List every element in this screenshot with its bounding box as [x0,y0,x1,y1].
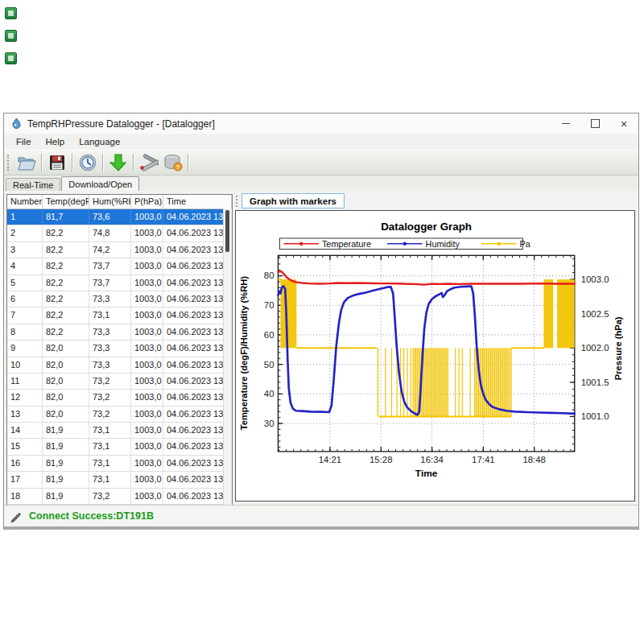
data-table: NumberTemp(degF)Hum(%RH)P(hPa)Time 181,7… [6,194,233,505]
column-header[interactable]: Hum(%RH) [89,195,131,208]
column-header[interactable]: Number [7,195,43,208]
svg-text:80: 80 [264,271,275,281]
minimize-button[interactable] [551,114,580,134]
scrollbar-thumb[interactable] [225,210,229,252]
svg-text:70: 70 [264,300,275,310]
table-row[interactable]: 1781,973,11003,004.06.2023 13... [7,472,232,488]
table-cell: 73,3 [89,341,131,356]
table-row[interactable]: 382,274,21003,004.06.2023 13... [7,242,232,258]
settings-button[interactable] [137,152,161,174]
table-cell: 82,0 [43,341,89,356]
table-scrollbar[interactable] [223,208,232,505]
table-cell: 1003,0 [131,423,163,438]
table-cell: 9 [7,341,43,356]
table-cell: 6 [7,291,43,307]
table-row[interactable]: 1082,073,31003,004.06.2023 13... [7,357,232,374]
table-cell: 15 [7,439,43,454]
table-cell: 82,0 [43,374,89,389]
table-cell: 81,9 [43,472,89,487]
table-cell: 1003,0 [131,374,163,389]
table-cell: 1003,0 [131,472,163,487]
svg-text:1001.0: 1001.0 [581,411,609,421]
table-row[interactable]: 582,273,71003,004.06.2023 13... [7,275,232,291]
svg-text:60: 60 [264,330,275,340]
toolbar: ? [4,150,638,175]
table-row[interactable]: 482,273,71003,004.06.2023 13... [7,258,232,275]
desktop-icon-1[interactable] [5,7,17,19]
menu-item-help[interactable]: Help [39,135,72,148]
table-cell: 1003,0 [131,456,163,471]
table-cell: 13 [7,407,43,422]
datalogger-chart: 14:2115:2816:3417:4118:48304050607080100… [236,211,634,501]
maximize-button[interactable] [580,114,609,134]
table-cell: 1003,0 [131,341,163,356]
table-cell: 11 [7,374,43,389]
time-sync-button[interactable] [76,152,100,174]
table-row[interactable]: 1581,973,11003,004.06.2023 13... [7,439,232,455]
table-header: NumberTemp(degF)Hum(%RH)P(hPa)Time [7,195,232,209]
table-cell: 04.06.2023 13... [163,374,232,389]
maximize-icon [591,119,600,128]
table-cell: 1003,0 [131,357,163,373]
table-row[interactable]: 1881,973,21003,004.06.2023 13... [7,489,232,505]
table-cell: 73,2 [89,407,131,422]
device-info-button[interactable]: ? [161,152,185,174]
table-cell: 10 [7,357,43,373]
column-header[interactable]: Time [163,195,232,208]
table-row[interactable]: 1481,973,11003,004.06.2023 13... [7,423,232,439]
tab-bar: Real-TimeDownload/Open [4,175,638,191]
table-row[interactable]: 181,773,61003,004.06.2023 13... [7,209,232,225]
menu-item-file[interactable]: File [9,135,39,148]
table-row[interactable]: 682,273,31003,004.06.2023 13... [7,291,232,308]
table-row[interactable]: 782,273,11003,004.06.2023 13... [7,308,232,324]
minimize-icon [562,123,570,124]
graph-type-button[interactable]: Graph with markers [242,193,345,208]
toolbar-separator [41,154,43,171]
table-cell: 04.06.2023 13... [163,324,232,340]
table-cell: 8 [7,324,43,340]
table-cell: 73,6 [89,209,131,225]
save-floppy-icon [48,154,66,171]
save-button[interactable] [45,152,69,174]
table-cell: 1003,0 [131,209,163,225]
table-row[interactable]: 1382,073,21003,004.06.2023 13... [7,407,232,423]
svg-text:50: 50 [264,360,275,369]
tab-download-open[interactable]: Download/Open [61,176,139,191]
window-title: TempRHPressure Datalogger - [Datalogger] [27,118,215,130]
table-cell: 04.06.2023 13... [163,225,232,241]
column-header[interactable]: P(hPa) [131,195,163,208]
table-row[interactable]: 1282,073,21003,004.06.2023 13... [7,390,232,406]
toolbar-grip[interactable] [7,155,12,171]
download-data-button[interactable] [106,152,130,174]
table-cell: 82,2 [43,308,89,323]
table-row[interactable]: 1681,973,11003,004.06.2023 13... [7,456,232,472]
column-header[interactable]: Temp(degF) [43,195,89,208]
app-window: TempRHPressure Datalogger - [Datalogger]… [3,113,639,530]
toolbar-separator [133,154,134,171]
desktop-icon-2[interactable] [5,30,17,42]
table-cell: 81,9 [43,456,89,471]
table-row[interactable]: 982,073,31003,004.06.2023 13... [7,341,232,357]
table-row[interactable]: 282,274,81003,004.06.2023 13... [7,225,232,242]
open-file-button[interactable] [14,152,39,174]
table-cell: 16 [7,456,43,471]
table-cell: 82,2 [43,258,89,274]
table-cell: 82,2 [43,242,89,258]
graph-toolbar-grip[interactable] [236,196,240,207]
close-button[interactable]: × [609,114,638,134]
svg-text:Temperature: Temperature [322,239,371,249]
svg-text:30: 30 [264,419,275,428]
menu-item-language[interactable]: Language [72,135,127,148]
table-cell: 7 [7,308,43,323]
table-cell: 2 [7,225,43,241]
table-cell: 04.06.2023 13... [163,472,232,487]
table-cell: 17 [7,472,43,487]
tools-icon [139,154,159,171]
svg-text:Datalogger Graph: Datalogger Graph [381,221,472,233]
desktop-icon-3[interactable] [5,52,17,64]
table-cell: 18 [7,489,43,504]
table-row[interactable]: 882,273,31003,004.06.2023 13... [7,324,232,341]
tab-real-time[interactable]: Real-Time [6,178,60,192]
table-row[interactable]: 1182,073,21003,004.06.2023 13... [7,374,232,390]
svg-text:1002.5: 1002.5 [581,309,609,319]
